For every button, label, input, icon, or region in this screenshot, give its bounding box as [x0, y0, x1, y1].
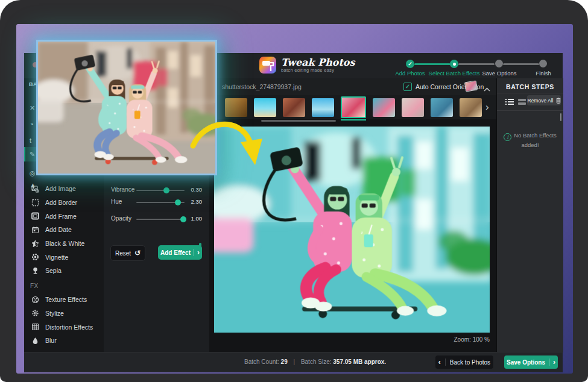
slider-handle[interactable]: [180, 216, 186, 222]
info-icon: i: [504, 133, 511, 141]
hue-slider[interactable]: [136, 202, 185, 203]
sidebar-item-label: Black & White: [45, 240, 84, 247]
screenshot-stage: Tweak Photos batch editing made easy ✓ A…: [0, 0, 588, 382]
slider-value: 1.00: [191, 215, 203, 222]
step-idle-dot[interactable]: [539, 60, 547, 67]
batch-size-label: Batch Size:: [301, 359, 332, 365]
app-title: Tweak Photos: [281, 57, 355, 67]
opacity-slider[interactable]: [136, 219, 185, 220]
sidebar-item-label: Add Date: [45, 226, 72, 233]
button-divider: [194, 249, 194, 256]
divider: [497, 110, 563, 111]
panel-scrollbar-thumb[interactable]: [560, 113, 561, 121]
sidebar-item-vignette[interactable]: Vignette: [24, 250, 104, 264]
settings-scrollbar-thumb[interactable]: [199, 243, 201, 252]
filmstrip-scrollbar-thumb[interactable]: [261, 120, 336, 122]
step-connector: [414, 63, 450, 65]
slider-handle[interactable]: [163, 187, 169, 193]
trash-icon: [556, 98, 561, 104]
step-connector: [503, 63, 539, 65]
remove-all-label: Remove All: [528, 98, 554, 104]
button-divider: [549, 359, 549, 366]
collapse-chevron-icon[interactable]: [484, 83, 490, 94]
save-options-label: Save Options: [507, 359, 545, 366]
app-footer: Batch Count: 29 | Batch Size: 357.05 MB …: [24, 352, 563, 372]
add-image-icon: [31, 185, 39, 193]
sidebar-item-label: Add Frame: [45, 213, 77, 220]
filmstrip-thumbnail[interactable]: [312, 98, 334, 117]
step-idle-dot[interactable]: [495, 60, 503, 67]
before-after-arrow: [181, 114, 270, 180]
slider-row-opacity: Opacity 1.00: [104, 214, 209, 225]
sidebar-item-label: Texture Effects: [45, 296, 87, 303]
slider-label: Vibrance: [111, 186, 134, 193]
separator: |: [294, 359, 296, 365]
batch-count-label: Batch Count:: [244, 359, 279, 365]
sidebar-item-distortion-effects[interactable]: Distortion Effects: [24, 320, 104, 334]
sidebar-item-label: Add Image: [45, 185, 76, 192]
divider: [497, 93, 563, 93]
no-batch-effects-message: iNo Batch Effects added!: [497, 131, 563, 149]
step-active-dot[interactable]: [450, 60, 458, 68]
sidebar-item-add-date[interactable]: Add Date: [24, 223, 104, 237]
filmstrip-next-icon[interactable]: ›: [485, 101, 489, 113]
sidebar-item-label: Vignette: [45, 254, 68, 261]
slider-label: Opacity: [111, 215, 131, 222]
sidebar-item-stylize[interactable]: Stylize: [24, 307, 104, 321]
empty-message-line2: added!: [521, 142, 539, 148]
filmstrip-thumbnail[interactable]: [373, 98, 395, 117]
sidebar-fx-section-label: FX: [24, 280, 104, 293]
sidebar-effect-list: Add Image Add Border Add Frame Add: [24, 182, 104, 348]
zoom-level: Zoom: 100 %: [454, 336, 490, 343]
app-tagline: batch editing made easy: [281, 67, 355, 73]
sidebar-item-blur[interactable]: Blur: [24, 334, 104, 348]
sidebar-item-label: Stylize: [45, 310, 64, 317]
sidebar-item-add-frame[interactable]: Add Frame: [24, 209, 104, 223]
laptop-frame: Tweak Photos batch editing made easy ✓ A…: [0, 0, 588, 382]
slider-handle[interactable]: [175, 199, 181, 205]
sidebar-item-black-white[interactable]: Black & White: [24, 237, 104, 251]
reset-button[interactable]: Reset ↺: [110, 245, 145, 261]
filmstrip-thumbnail[interactable]: [431, 98, 453, 117]
vignette-icon: [31, 253, 39, 261]
back-to-photos-button[interactable]: ‹ Back to Photos: [435, 355, 493, 369]
auto-correct-checkbox[interactable]: ✓: [403, 83, 412, 91]
filmstrip-thumbnail[interactable]: [402, 98, 424, 117]
filmstrip-thumbnail[interactable]: [283, 98, 305, 117]
add-date-icon: [31, 226, 39, 234]
chevron-left-icon: ‹: [438, 359, 441, 366]
half-star-icon: [31, 240, 39, 248]
slider-row-hue: Hue 2.30: [104, 197, 209, 208]
blur-droplet-icon: [31, 337, 39, 345]
slider-value: 0.30: [191, 186, 203, 193]
stylize-gear-icon: [31, 309, 39, 317]
sidebar-item-sepia[interactable]: Sepia: [24, 264, 104, 278]
batch-steps-title: BATCH STEPS: [506, 83, 554, 90]
reset-button-label: Reset: [115, 250, 131, 257]
step-connector: [458, 63, 495, 65]
filmstrip-thumbnail[interactable]: [225, 98, 247, 117]
empty-message-line1: No Batch Effects: [514, 132, 557, 139]
add-effect-button[interactable]: Add Effect ›: [158, 245, 202, 260]
batch-summary: Batch Count: 29 | Batch Size: 357.05 MB …: [244, 359, 386, 365]
filmstrip-thumbnail[interactable]: [460, 98, 482, 117]
sidebar-item-add-border[interactable]: Add Border: [24, 196, 104, 210]
remove-all-button[interactable]: Remove All: [527, 95, 561, 105]
button-divider: [445, 359, 446, 366]
filmstrip-thumbnail[interactable]: [254, 98, 276, 117]
list-view-icon[interactable]: [505, 97, 514, 104]
sidebar-item-add-image[interactable]: Add Image: [24, 182, 104, 196]
vibrance-slider[interactable]: [136, 190, 185, 191]
grid-view-icon[interactable]: [518, 97, 526, 104]
step-check-icon[interactable]: ✓: [406, 60, 414, 68]
sidebar-item-label: Add Border: [45, 199, 77, 206]
orientation-preview-icon: [464, 81, 478, 92]
distortion-grid-icon: [31, 323, 39, 331]
add-border-icon: [31, 199, 39, 207]
sidebar-item-texture-effects[interactable]: Texture Effects: [24, 293, 104, 307]
batch-steps-panel: BATCH STEPS Remove All iNo: [496, 78, 563, 352]
texture-effects-icon: [31, 296, 39, 304]
save-options-button[interactable]: Save Options ›: [504, 355, 558, 369]
filmstrip-thumbnail-selected[interactable]: [341, 96, 366, 118]
step-label-finish[interactable]: Finish: [510, 70, 577, 77]
